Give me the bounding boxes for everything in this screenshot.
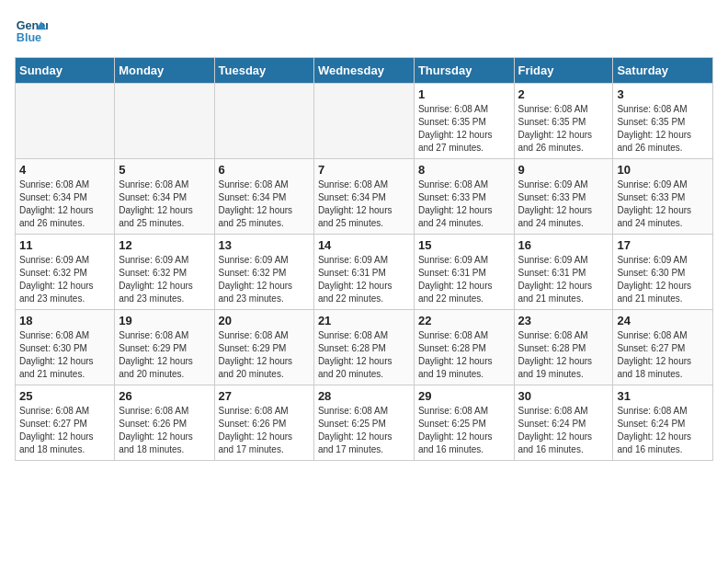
day-info: Sunrise: 6:09 AMSunset: 6:33 PMDaylight:… <box>518 178 609 230</box>
calendar-day-cell: 20Sunrise: 6:08 AMSunset: 6:29 PMDayligh… <box>214 310 313 385</box>
day-info: Sunrise: 6:08 AMSunset: 6:29 PMDaylight:… <box>119 329 210 381</box>
day-number: 28 <box>318 389 410 403</box>
calendar-day-cell: 18Sunrise: 6:08 AMSunset: 6:30 PMDayligh… <box>16 310 115 385</box>
logo: General Blue <box>15 15 48 48</box>
day-info: Sunrise: 6:08 AMSunset: 6:30 PMDaylight:… <box>19 329 110 381</box>
day-number: 3 <box>617 87 709 101</box>
day-number: 4 <box>19 163 110 177</box>
day-number: 26 <box>119 389 210 403</box>
day-info: Sunrise: 6:08 AMSunset: 6:34 PMDaylight:… <box>318 178 410 230</box>
day-info: Sunrise: 6:08 AMSunset: 6:34 PMDaylight:… <box>19 178 110 230</box>
calendar-day-cell: 2Sunrise: 6:08 AMSunset: 6:35 PMDaylight… <box>514 84 613 159</box>
weekday-header: Sunday <box>16 58 115 84</box>
day-number: 23 <box>518 314 609 327</box>
day-number: 10 <box>617 163 709 177</box>
weekday-header: Tuesday <box>214 58 313 84</box>
day-info: Sunrise: 6:08 AMSunset: 6:35 PMDaylight:… <box>418 103 510 155</box>
day-info: Sunrise: 6:08 AMSunset: 6:25 PMDaylight:… <box>318 405 410 456</box>
day-info: Sunrise: 6:08 AMSunset: 6:35 PMDaylight:… <box>617 103 709 155</box>
calendar-day-cell: 24Sunrise: 6:08 AMSunset: 6:27 PMDayligh… <box>613 310 713 385</box>
calendar-day-cell: 30Sunrise: 6:08 AMSunset: 6:24 PMDayligh… <box>514 385 613 461</box>
calendar-day-cell <box>16 84 115 159</box>
day-number: 12 <box>119 238 210 252</box>
day-info: Sunrise: 6:09 AMSunset: 6:32 PMDaylight:… <box>119 254 210 305</box>
day-number: 31 <box>617 389 709 403</box>
calendar-table: SundayMondayTuesdayWednesdayThursdayFrid… <box>15 57 713 461</box>
day-info: Sunrise: 6:08 AMSunset: 6:29 PMDaylight:… <box>219 329 310 381</box>
calendar-day-cell: 10Sunrise: 6:09 AMSunset: 6:33 PMDayligh… <box>613 159 713 235</box>
calendar-week-row: 18Sunrise: 6:08 AMSunset: 6:30 PMDayligh… <box>16 310 713 385</box>
day-info: Sunrise: 6:09 AMSunset: 6:32 PMDaylight:… <box>219 254 310 305</box>
day-info: Sunrise: 6:09 AMSunset: 6:33 PMDaylight:… <box>617 178 709 230</box>
day-number: 9 <box>518 163 609 177</box>
logo-icon: General Blue <box>15 15 48 48</box>
day-number: 15 <box>418 238 510 252</box>
day-number: 16 <box>518 238 609 252</box>
day-number: 29 <box>418 389 510 403</box>
day-info: Sunrise: 6:08 AMSunset: 6:27 PMDaylight:… <box>19 405 110 456</box>
day-number: 11 <box>19 238 110 252</box>
calendar-week-row: 25Sunrise: 6:08 AMSunset: 6:27 PMDayligh… <box>16 385 713 461</box>
calendar-day-cell: 17Sunrise: 6:09 AMSunset: 6:30 PMDayligh… <box>613 235 713 310</box>
day-number: 14 <box>318 238 410 252</box>
day-info: Sunrise: 6:08 AMSunset: 6:33 PMDaylight:… <box>418 178 510 230</box>
calendar-day-cell: 19Sunrise: 6:08 AMSunset: 6:29 PMDayligh… <box>115 310 214 385</box>
calendar-day-cell <box>115 84 214 159</box>
calendar-day-cell: 14Sunrise: 6:09 AMSunset: 6:31 PMDayligh… <box>313 235 414 310</box>
day-info: Sunrise: 6:09 AMSunset: 6:31 PMDaylight:… <box>518 254 609 305</box>
calendar-day-cell: 26Sunrise: 6:08 AMSunset: 6:26 PMDayligh… <box>115 385 214 461</box>
calendar-week-row: 4Sunrise: 6:08 AMSunset: 6:34 PMDaylight… <box>16 159 713 235</box>
day-number: 6 <box>219 163 310 177</box>
calendar-day-cell: 7Sunrise: 6:08 AMSunset: 6:34 PMDaylight… <box>313 159 414 235</box>
day-number: 7 <box>318 163 410 177</box>
day-number: 21 <box>318 314 410 327</box>
day-number: 8 <box>418 163 510 177</box>
day-number: 24 <box>617 314 709 327</box>
day-number: 20 <box>219 314 310 327</box>
day-number: 25 <box>19 389 110 403</box>
day-info: Sunrise: 6:08 AMSunset: 6:28 PMDaylight:… <box>418 329 510 381</box>
day-info: Sunrise: 6:08 AMSunset: 6:26 PMDaylight:… <box>219 405 310 456</box>
calendar-day-cell: 27Sunrise: 6:08 AMSunset: 6:26 PMDayligh… <box>214 385 313 461</box>
calendar-day-cell: 15Sunrise: 6:09 AMSunset: 6:31 PMDayligh… <box>414 235 514 310</box>
calendar-day-cell: 31Sunrise: 6:08 AMSunset: 6:24 PMDayligh… <box>613 385 713 461</box>
calendar-day-cell: 6Sunrise: 6:08 AMSunset: 6:34 PMDaylight… <box>214 159 313 235</box>
calendar-day-cell: 13Sunrise: 6:09 AMSunset: 6:32 PMDayligh… <box>214 235 313 310</box>
svg-text:Blue: Blue <box>17 31 41 44</box>
calendar-day-cell: 16Sunrise: 6:09 AMSunset: 6:31 PMDayligh… <box>514 235 613 310</box>
page-header: General Blue <box>15 15 713 48</box>
day-info: Sunrise: 6:08 AMSunset: 6:28 PMDaylight:… <box>518 329 609 381</box>
day-info: Sunrise: 6:08 AMSunset: 6:26 PMDaylight:… <box>119 405 210 456</box>
day-info: Sunrise: 6:09 AMSunset: 6:31 PMDaylight:… <box>418 254 510 305</box>
calendar-week-row: 1Sunrise: 6:08 AMSunset: 6:35 PMDaylight… <box>16 84 713 159</box>
calendar-day-cell <box>313 84 414 159</box>
day-number: 17 <box>617 238 709 252</box>
weekday-header: Saturday <box>613 58 713 84</box>
calendar-day-cell: 5Sunrise: 6:08 AMSunset: 6:34 PMDaylight… <box>115 159 214 235</box>
day-number: 19 <box>119 314 210 327</box>
day-info: Sunrise: 6:08 AMSunset: 6:35 PMDaylight:… <box>518 103 609 155</box>
day-number: 22 <box>418 314 510 327</box>
day-info: Sunrise: 6:08 AMSunset: 6:28 PMDaylight:… <box>318 329 410 381</box>
weekday-header: Wednesday <box>313 58 414 84</box>
calendar-week-row: 11Sunrise: 6:09 AMSunset: 6:32 PMDayligh… <box>16 235 713 310</box>
day-info: Sunrise: 6:09 AMSunset: 6:31 PMDaylight:… <box>318 254 410 305</box>
calendar-day-cell: 12Sunrise: 6:09 AMSunset: 6:32 PMDayligh… <box>115 235 214 310</box>
calendar-day-cell: 1Sunrise: 6:08 AMSunset: 6:35 PMDaylight… <box>414 84 514 159</box>
day-number: 2 <box>518 87 609 101</box>
day-number: 1 <box>418 87 510 101</box>
calendar-day-cell: 23Sunrise: 6:08 AMSunset: 6:28 PMDayligh… <box>514 310 613 385</box>
calendar-day-cell: 4Sunrise: 6:08 AMSunset: 6:34 PMDaylight… <box>16 159 115 235</box>
calendar-day-cell: 21Sunrise: 6:08 AMSunset: 6:28 PMDayligh… <box>313 310 414 385</box>
day-number: 27 <box>219 389 310 403</box>
calendar-day-cell: 22Sunrise: 6:08 AMSunset: 6:28 PMDayligh… <box>414 310 514 385</box>
calendar-day-cell: 3Sunrise: 6:08 AMSunset: 6:35 PMDaylight… <box>613 84 713 159</box>
weekday-header: Thursday <box>414 58 514 84</box>
calendar-day-cell: 8Sunrise: 6:08 AMSunset: 6:33 PMDaylight… <box>414 159 514 235</box>
day-number: 5 <box>119 163 210 177</box>
day-info: Sunrise: 6:08 AMSunset: 6:24 PMDaylight:… <box>518 405 609 456</box>
calendar-day-cell: 28Sunrise: 6:08 AMSunset: 6:25 PMDayligh… <box>313 385 414 461</box>
calendar-day-cell: 29Sunrise: 6:08 AMSunset: 6:25 PMDayligh… <box>414 385 514 461</box>
day-number: 13 <box>219 238 310 252</box>
day-info: Sunrise: 6:08 AMSunset: 6:27 PMDaylight:… <box>617 329 709 381</box>
